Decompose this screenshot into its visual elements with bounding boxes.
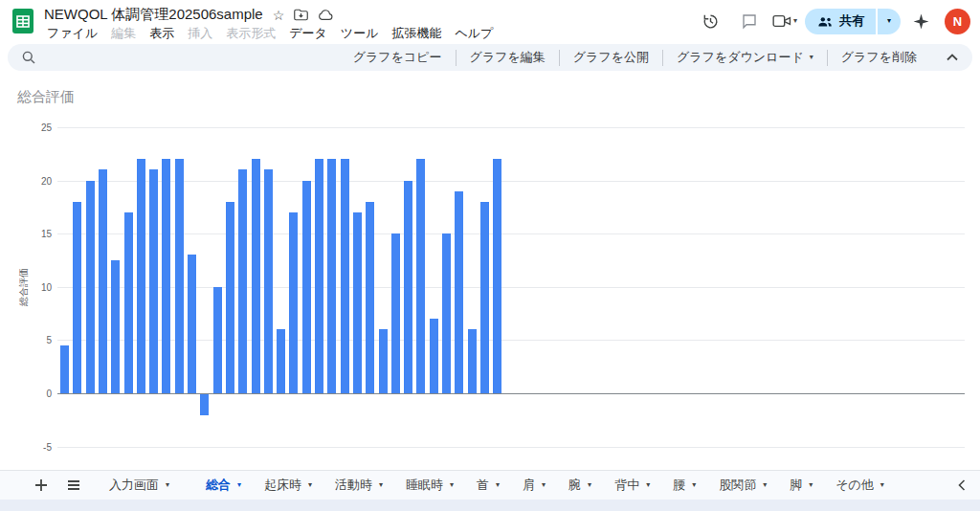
bottom-edge-strip — [0, 500, 980, 511]
version-history-icon[interactable] — [696, 6, 726, 36]
tab-menu-chevron-icon[interactable]: ▾ — [379, 481, 383, 489]
menu-ヘルプ[interactable]: ヘルプ — [448, 24, 500, 43]
tab-menu-chevron-icon[interactable]: ▾ — [542, 481, 546, 489]
chart-canvas[interactable]: 総合評価 総合評価 2520151050-5 — [0, 73, 980, 470]
tab-menu-chevron-icon[interactable]: ▾ — [646, 481, 650, 489]
tab-menu-chevron-icon[interactable]: ▾ — [166, 481, 169, 489]
bar-series-overall-score — [111, 260, 120, 393]
bar-series-overall-score — [455, 191, 463, 393]
menu-データ[interactable]: データ — [282, 24, 334, 43]
chart-toolbar: グラフをコピーグラフを編集グラフを公開グラフをダウンロード▾グラフを削除 — [8, 44, 972, 71]
star-icon[interactable]: ☆ — [273, 8, 285, 23]
gridline — [57, 181, 965, 182]
sheet-tab-総合[interactable]: 総合▾ — [188, 471, 253, 500]
document-title[interactable]: NEWQOL 体調管理202506sample — [44, 6, 263, 24]
sheet-tab-label: 肩 — [523, 477, 535, 494]
chart-action-button[interactable]: グラフを公開 — [560, 49, 662, 66]
tab-menu-chevron-icon[interactable]: ▾ — [237, 481, 241, 489]
sheet-tab-腕[interactable]: 腕▾ — [557, 471, 603, 500]
sheet-tabs: 入力画面▾総合▾起床時▾活動時▾睡眠時▾首▾肩▾腕▾背中▾腰▾股関節▾脚▾その他… — [98, 471, 896, 500]
bar-series-overall-score — [353, 212, 362, 393]
sheet-tab-腰[interactable]: 腰▾ — [661, 471, 707, 500]
tab-menu-chevron-icon[interactable]: ▾ — [450, 481, 454, 489]
bar-series-overall-score — [99, 169, 107, 393]
menu-ファイル[interactable]: ファイル — [40, 24, 104, 43]
bar-series-overall-score — [86, 181, 95, 393]
people-icon — [817, 15, 833, 28]
bar-series-overall-score — [315, 159, 323, 393]
share-button[interactable]: 共有 — [805, 9, 876, 34]
sheet-tab-label: 腕 — [568, 477, 581, 494]
chart-action-label: グラフを編集 — [470, 49, 546, 66]
tab-menu-chevron-icon[interactable]: ▾ — [763, 481, 767, 489]
y-axis-tick-label: 20 — [13, 176, 52, 187]
tab-menu-chevron-icon[interactable]: ▾ — [308, 481, 312, 489]
move-to-folder-icon[interactable] — [294, 9, 308, 21]
sheet-tab-label: 活動時 — [335, 477, 372, 494]
tab-menu-chevron-icon[interactable]: ▾ — [496, 481, 500, 489]
sheet-tab-strip: 入力画面▾総合▾起床時▾活動時▾睡眠時▾首▾肩▾腕▾背中▾腰▾股関節▾脚▾その他… — [0, 470, 980, 500]
chevron-down-icon: ▾ — [810, 54, 813, 61]
meet-call-control[interactable]: ▾ — [772, 13, 797, 29]
bar-series-overall-score — [480, 202, 489, 393]
document-title-row: NEWQOL 体調管理202506sample ☆ — [44, 6, 333, 24]
sheet-tab-肩[interactable]: 肩▾ — [511, 471, 557, 500]
chart-action-button[interactable]: グラフをコピー — [340, 49, 456, 66]
sheet-tab-脚[interactable]: 脚▾ — [778, 471, 824, 500]
bar-series-overall-score — [200, 394, 209, 415]
y-axis-tick-label: 10 — [13, 282, 52, 293]
sheet-tab-活動時[interactable]: 活動時▾ — [323, 471, 394, 500]
cloud-status-icon[interactable] — [318, 10, 333, 21]
chart-action-button[interactable]: グラフを編集 — [457, 49, 559, 66]
scroll-tabs-left-icon[interactable] — [951, 475, 972, 496]
bar-series-overall-score — [416, 159, 425, 393]
tab-menu-chevron-icon[interactable]: ▾ — [809, 481, 813, 489]
sheet-tab-label: 脚 — [790, 477, 802, 494]
sheet-tab-起床時[interactable]: 起床時▾ — [253, 471, 323, 500]
sheet-tab-入力画面[interactable]: 入力画面▾ — [98, 471, 188, 500]
y-axis-tick-label: 25 — [13, 122, 52, 133]
sheet-tab-その他[interactable]: その他▾ — [824, 471, 896, 500]
chart-action-button[interactable]: グラフを削除 — [828, 49, 930, 66]
sheet-tab-股関節[interactable]: 股関節▾ — [707, 471, 778, 500]
menu-表示[interactable]: 表示 — [143, 24, 181, 43]
add-sheet-button[interactable] — [29, 473, 54, 498]
share-options-dropdown[interactable]: ▾ — [878, 9, 901, 34]
bar-series-overall-score — [264, 169, 273, 393]
chart-action-button[interactable]: グラフをダウンロード▾ — [663, 49, 827, 66]
bar-series-overall-score — [188, 255, 196, 393]
video-camera-icon — [772, 13, 791, 29]
bar-series-overall-score — [430, 319, 438, 393]
tab-menu-chevron-icon[interactable]: ▾ — [880, 481, 884, 489]
chart-action-label: グラフを公開 — [573, 49, 649, 66]
sheet-tab-label: 起床時 — [264, 477, 301, 494]
bar-series-overall-score — [391, 233, 400, 393]
bar-series-overall-score — [341, 159, 349, 393]
sheet-tab-label: 股関節 — [719, 477, 756, 494]
google-sheets-logo-icon[interactable] — [11, 8, 35, 34]
bar-series-overall-score — [137, 159, 145, 393]
bar-series-overall-score — [226, 202, 234, 393]
sheet-tab-睡眠時[interactable]: 睡眠時▾ — [394, 471, 465, 500]
search-icon[interactable] — [21, 50, 36, 65]
all-sheets-menu-icon[interactable] — [61, 473, 86, 498]
gridline — [57, 447, 965, 448]
bar-series-overall-score — [213, 287, 222, 393]
tab-menu-chevron-icon[interactable]: ▾ — [692, 481, 696, 489]
user-avatar[interactable]: N — [945, 9, 970, 34]
bar-series-overall-score — [468, 329, 477, 393]
sheet-tab-背中[interactable]: 背中▾ — [603, 471, 661, 500]
y-axis-tick-label: -5 — [13, 442, 52, 453]
tab-menu-chevron-icon[interactable]: ▾ — [588, 481, 591, 489]
gemini-sparkle-icon[interactable] — [908, 6, 933, 36]
collapse-toolbar-icon[interactable] — [944, 49, 961, 66]
menu-表示形式: 表示形式 — [219, 24, 282, 43]
bar-series-overall-score — [302, 181, 311, 393]
bar-series-overall-score — [404, 181, 412, 393]
menu-拡張機能[interactable]: 拡張機能 — [385, 24, 448, 43]
sheet-tab-首[interactable]: 首▾ — [465, 471, 511, 500]
bar-series-overall-score — [289, 212, 298, 393]
comments-icon[interactable] — [734, 6, 765, 36]
header-actions: ▾ 共有 ▾ N — [696, 6, 970, 36]
menu-ツール[interactable]: ツール — [334, 24, 386, 43]
